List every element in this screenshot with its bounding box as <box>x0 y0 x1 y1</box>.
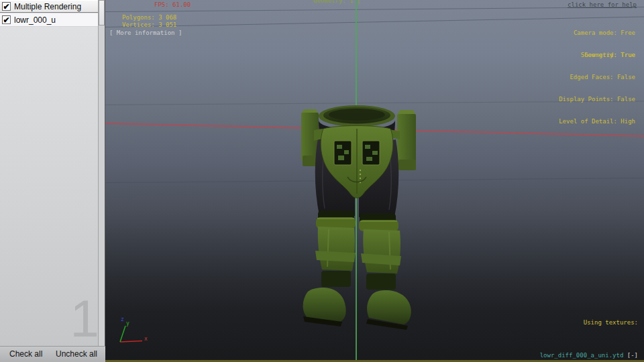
gizmo-y-label: y <box>126 320 129 326</box>
remove-texture-button[interactable]: [-] <box>627 352 638 359</box>
grid-line <box>105 16 644 27</box>
more-information-link[interactable]: [ More information ] <box>109 29 182 37</box>
boot-cuff-right <box>366 274 396 290</box>
gizmo-y-axis <box>120 326 125 342</box>
model-lowr-000-u[interactable] <box>288 98 429 333</box>
boot-cuff-left <box>321 271 351 287</box>
textures-panel: Using textures: lowr_diff_000_a_uni.ytd … <box>511 304 638 362</box>
check-all-button[interactable]: Check all <box>9 349 42 359</box>
gizmo-z-label: z <box>121 316 124 322</box>
geometry-indicator-clipped: Geometry: 1 | <box>313 0 360 5</box>
render-settings-readout: Geometry: True Edged Faces: False Displa… <box>559 37 635 140</box>
level-of-detail-value: Level of Detail: High <box>559 118 635 125</box>
panel-scrollbar-thumb[interactable] <box>99 0 105 25</box>
shin-guard-left <box>318 227 355 271</box>
waist-opening-shadow <box>329 109 385 121</box>
shin-guard-right <box>363 229 400 274</box>
uncheck-all-button[interactable]: Uncheck all <box>56 349 97 359</box>
edged-faces-value: Edged Faces: False <box>559 74 635 81</box>
page-number-watermark: 1 <box>70 292 99 345</box>
camera-mode-value: Camera mode: Free <box>574 29 635 37</box>
boot-right <box>366 290 411 330</box>
hip-pouch-right <box>397 110 416 170</box>
model-list-panel: ✔ Multiple Rendering ✔ lowr_000_u 1 Chec… <box>0 0 105 362</box>
checkbox-checked-icon[interactable]: ✔ <box>2 15 11 24</box>
display-points-value: Display Points: False <box>559 96 635 103</box>
texture-file-link[interactable]: lowr_diff_000_a_uni.ytd <box>540 352 624 359</box>
panel-footer-bar: Check all Uncheck all <box>0 346 105 362</box>
checkbox-checked-icon[interactable]: ✔ <box>2 2 11 11</box>
gizmo-x-label: x <box>144 336 148 342</box>
axis-gizmo: x y z <box>115 315 152 347</box>
polygon-count: Polygons: 3 068 <box>122 14 176 21</box>
model-viewer-window: ✔ Multiple Rendering ✔ lowr_000_u 1 Chec… <box>0 0 644 362</box>
fps-counter: FPS: 61.00 <box>154 1 191 9</box>
list-item-label: Multiple Rendering <box>14 2 81 11</box>
help-link[interactable]: click here for help <box>568 1 637 9</box>
geometry-value: Geometry: True <box>559 52 635 59</box>
list-item-label: lowr_000_u <box>14 15 56 25</box>
gizmo-x-axis <box>120 341 142 343</box>
list-item-lowr-000-u[interactable]: ✔ lowr_000_u <box>0 13 99 27</box>
using-textures-heading: Using textures: <box>511 318 638 328</box>
list-item-multiple-rendering[interactable]: ✔ Multiple Rendering <box>0 0 99 13</box>
viewport-3d-canvas[interactable]: FPS: 61.00 Polygons: 3 068 Vertices: 3 0… <box>105 0 644 362</box>
boot-left <box>303 288 346 326</box>
vertex-count: Vertices: 3 051 <box>122 21 176 29</box>
